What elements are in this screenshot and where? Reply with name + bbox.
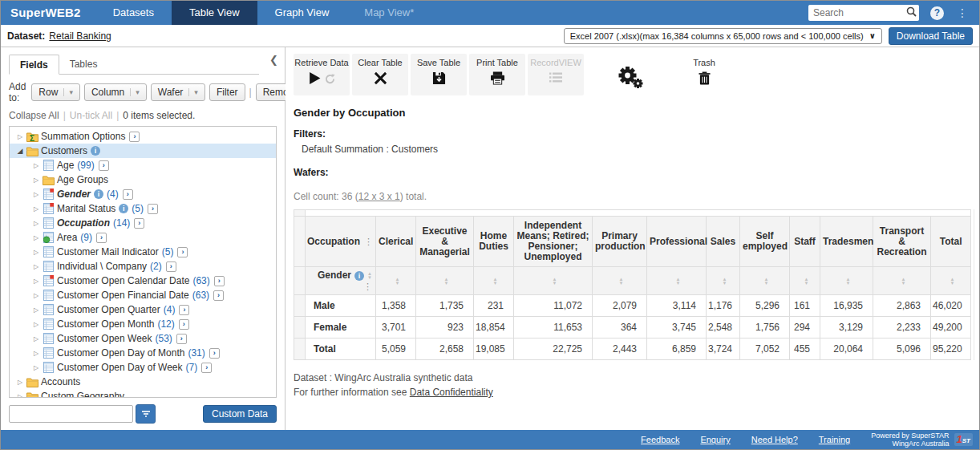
sort-icon[interactable]: ▲▼ [493, 278, 498, 286]
tab-fields[interactable]: Fields [9, 55, 59, 75]
nav-tab-graph-view[interactable]: Graph View [257, 1, 347, 25]
row-header[interactable]: Total [306, 339, 376, 360]
info-icon[interactable]: i [354, 271, 364, 281]
column-sort-cell[interactable]: ▲▼ [873, 267, 931, 295]
quick-add-icon[interactable]: › [129, 132, 140, 142]
column-sort-cell[interactable]: ▲▼ [647, 267, 707, 295]
gender-field-header[interactable]: Genderi▲▼⋮ [306, 267, 376, 295]
column-header[interactable]: Independent Means; Retired; Pensioner; U… [514, 217, 593, 267]
tree-collapsed-icon[interactable]: ▷ [30, 321, 42, 328]
tree-item[interactable]: ▷Customer Open Calendar Date(63)› [10, 274, 276, 288]
column-sort-cell[interactable]: ▲▼ [376, 267, 416, 295]
sort-icon[interactable]: ▲▼ [901, 278, 906, 286]
sort-icon[interactable]: ▲▼ [676, 278, 681, 286]
sort-icon[interactable]: ▲▼ [846, 278, 851, 286]
nav-tab-table-view[interactable]: Table View [172, 1, 257, 25]
add-to-row-button[interactable]: Row▾ [31, 83, 80, 101]
tree-item[interactable]: ▷Customer Open Quarter(4)› [10, 302, 276, 317]
tree-item[interactable]: ▷Customer Open Day of Month(31)› [10, 346, 276, 360]
save-table-button[interactable]: Save Table [411, 54, 467, 95]
info-icon[interactable]: i [119, 204, 128, 213]
quick-add-icon[interactable]: › [148, 204, 158, 214]
quick-add-icon[interactable]: › [179, 305, 189, 315]
tree-collapsed-icon[interactable]: ▷ [30, 263, 42, 270]
quick-add-icon[interactable]: › [179, 319, 189, 330]
tree-collapsed-icon[interactable]: ▷ [30, 306, 42, 314]
tree-item[interactable]: ▷Age Groups [10, 172, 276, 187]
quick-add-icon[interactable]: › [166, 261, 176, 272]
column-header[interactable]: Total [931, 217, 971, 267]
tree-collapsed-icon[interactable]: ▷ [30, 205, 42, 213]
kebab-menu-icon[interactable]: ⋮ [364, 237, 373, 246]
column-header[interactable]: Sales [707, 217, 740, 267]
table-scrollbar[interactable] [974, 209, 974, 360]
tree-collapsed-icon[interactable]: ▷ [30, 350, 42, 357]
tree-item[interactable]: ▷Customer Mail Indicator(5)› [10, 245, 276, 259]
tree-collapsed-icon[interactable]: ▷ [30, 191, 42, 198]
sort-icon[interactable]: ▲▼ [444, 278, 449, 286]
occupation-field-header[interactable]: Occupation⋮ [306, 217, 376, 267]
quick-add-icon[interactable]: › [177, 247, 188, 257]
dataset-link[interactable]: Retail Banking [49, 30, 111, 42]
clear-table-button[interactable]: Clear Table [352, 54, 408, 95]
tree-item[interactable]: ▷Customer Open Financial Date(63)› [10, 288, 276, 302]
tree-collapsed-icon[interactable]: ▷ [30, 249, 42, 256]
quick-add-icon[interactable]: › [201, 363, 212, 373]
quick-add-icon[interactable]: › [134, 218, 144, 229]
column-sort-cell[interactable]: ▲▼ [593, 267, 647, 295]
cell-count-link[interactable]: 12 x 3 x 1 [358, 191, 400, 202]
tree-filter-button[interactable] [136, 404, 156, 424]
training-link[interactable]: Training [819, 435, 850, 444]
search-input[interactable] [808, 7, 903, 18]
custom-data-button[interactable]: Custom Data [203, 405, 277, 423]
untick-all-link[interactable]: Un-tick All [70, 110, 112, 121]
kebab-menu-icon[interactable]: ⋮ [363, 282, 372, 291]
column-sort-cell[interactable]: ▲▼ [707, 267, 740, 295]
tree-item[interactable]: ▷Customer Open Day of Week(7)› [10, 360, 276, 375]
tree-collapsed-icon[interactable]: ▷ [30, 335, 42, 343]
tree-collapsed-icon[interactable]: ▷ [14, 133, 26, 140]
tree-item[interactable]: ▷Age(99)› [10, 158, 276, 172]
tree-expanded-icon[interactable]: ◢ [14, 147, 26, 155]
info-icon[interactable]: i [94, 189, 103, 199]
tree-item[interactable]: ◢Customersi [10, 144, 276, 158]
feedback-link[interactable]: Feedback [641, 435, 679, 444]
tree-item[interactable]: ▷Area(9)› [10, 230, 276, 245]
filter-button[interactable]: Filter [209, 83, 245, 101]
sort-icon[interactable]: ▲▼ [553, 278, 557, 286]
column-sort-cell[interactable]: ▲▼ [790, 267, 820, 295]
quick-add-icon[interactable]: › [213, 290, 224, 301]
column-header[interactable]: Tradesmen [820, 217, 873, 267]
tree-collapsed-icon[interactable]: ▷ [30, 234, 42, 241]
column-sort-cell[interactable]: ▲▼ [931, 267, 971, 295]
tree-collapsed-icon[interactable]: ▷ [30, 220, 42, 227]
column-sort-cell[interactable]: ▲▼ [514, 267, 593, 295]
column-sort-cell[interactable]: ▲▼ [820, 267, 873, 295]
column-sort-cell[interactable]: ▲▼ [416, 267, 474, 295]
menu-kebab-icon[interactable]: ⋮ [954, 6, 971, 19]
row-header[interactable]: Female [306, 317, 376, 339]
nav-tab-datasets[interactable]: Datasets [95, 1, 172, 25]
tab-tables[interactable]: Tables [59, 55, 108, 75]
quick-add-icon[interactable]: › [214, 276, 225, 286]
help-icon[interactable]: ? [930, 6, 944, 20]
tree-item[interactable]: ▷ΣSummation Options› [10, 129, 276, 144]
need-help-link[interactable]: Need Help? [751, 435, 798, 444]
tree-item[interactable]: ▷Customer Open Week(53)› [10, 331, 276, 346]
enquiry-link[interactable]: Enquiry [700, 435, 730, 444]
add-to-column-button[interactable]: Column▾ [84, 83, 147, 101]
quick-add-icon[interactable]: › [99, 160, 109, 171]
sort-icon[interactable]: ▲▼ [764, 278, 769, 286]
quick-add-icon[interactable]: › [209, 348, 220, 359]
quick-add-icon[interactable]: › [123, 189, 133, 200]
add-to-wafer-button[interactable]: Wafer▾ [151, 83, 205, 101]
sort-icon[interactable]: ▲▼ [950, 278, 955, 286]
sort-icon[interactable]: ▲▼ [367, 272, 372, 280]
sort-icon[interactable]: ▲▼ [619, 278, 624, 286]
recordview-button[interactable]: RecordVIEW [528, 54, 584, 95]
tree-item[interactable]: ▷Genderi(4)› [10, 187, 276, 201]
trash-button[interactable]: Trash [676, 54, 732, 95]
sidebar-collapse-icon[interactable]: ❮ [269, 54, 278, 66]
tree-item[interactable]: ▷Occupation(14)› [10, 216, 276, 230]
column-sort-cell[interactable]: ▲▼ [474, 267, 514, 295]
